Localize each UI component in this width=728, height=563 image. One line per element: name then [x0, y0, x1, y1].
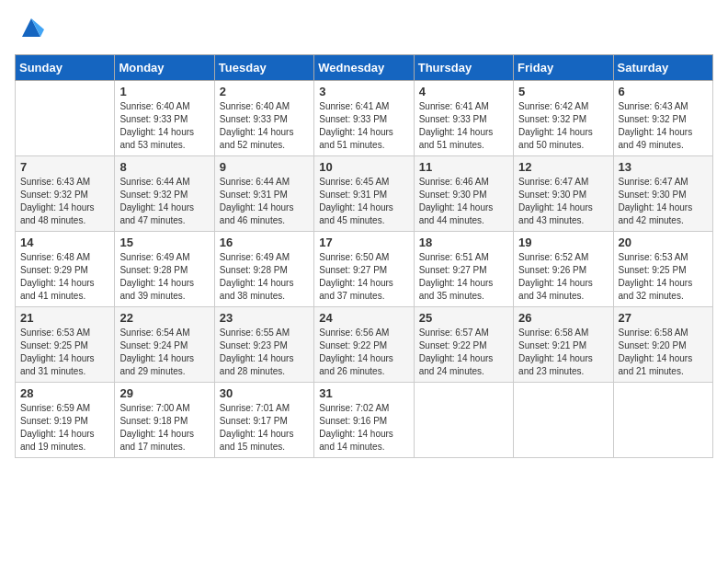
cell-info: Sunrise: 6:50 AM Sunset: 9:27 PM Dayligh…	[319, 251, 408, 303]
cell-info: Sunrise: 6:41 AM Sunset: 9:33 PM Dayligh…	[319, 100, 408, 152]
calendar-cell: 26Sunrise: 6:58 AM Sunset: 9:21 PM Dayli…	[514, 307, 613, 383]
cell-info: Sunrise: 6:57 AM Sunset: 9:22 PM Dayligh…	[419, 327, 508, 378]
calendar-cell: 31Sunrise: 7:02 AM Sunset: 9:16 PM Dayli…	[314, 383, 414, 458]
column-header-thursday: Thursday	[414, 55, 513, 81]
calendar-cell: 6Sunrise: 6:43 AM Sunset: 9:32 PM Daylig…	[613, 81, 712, 156]
day-number: 15	[119, 236, 209, 249]
cell-info: Sunrise: 6:45 AM Sunset: 9:31 PM Dayligh…	[319, 176, 408, 227]
calendar-cell: 10Sunrise: 6:45 AM Sunset: 9:31 PM Dayli…	[314, 156, 414, 232]
calendar-table: SundayMondayTuesdayWednesdayThursdayFrid…	[15, 54, 713, 458]
day-number: 17	[319, 236, 408, 249]
day-number: 26	[518, 311, 608, 325]
calendar-cell: 27Sunrise: 6:58 AM Sunset: 9:20 PM Dayli…	[613, 307, 712, 383]
calendar-cell: 18Sunrise: 6:51 AM Sunset: 9:27 PM Dayli…	[414, 232, 513, 307]
calendar-cell: 28Sunrise: 6:59 AM Sunset: 9:19 PM Dayli…	[16, 383, 115, 458]
day-number: 25	[419, 311, 508, 325]
cell-info: Sunrise: 6:58 AM Sunset: 9:20 PM Dayligh…	[619, 327, 708, 378]
cell-info: Sunrise: 6:51 AM Sunset: 9:27 PM Dayligh…	[419, 251, 508, 303]
calendar-cell: 20Sunrise: 6:53 AM Sunset: 9:25 PM Dayli…	[613, 232, 712, 307]
cell-info: Sunrise: 6:49 AM Sunset: 9:28 PM Dayligh…	[220, 251, 309, 303]
calendar-cell: 5Sunrise: 6:42 AM Sunset: 9:32 PM Daylig…	[514, 81, 613, 156]
calendar-cell: 14Sunrise: 6:48 AM Sunset: 9:29 PM Dayli…	[16, 232, 115, 307]
calendar-cell: 24Sunrise: 6:56 AM Sunset: 9:22 PM Dayli…	[314, 307, 414, 383]
calendar-cell: 7Sunrise: 6:43 AM Sunset: 9:32 PM Daylig…	[16, 156, 115, 232]
calendar-cell: 11Sunrise: 6:46 AM Sunset: 9:30 PM Dayli…	[414, 156, 513, 232]
logo-icon	[18, 15, 44, 40]
cell-info: Sunrise: 6:47 AM Sunset: 9:30 PM Dayligh…	[518, 176, 608, 227]
day-number: 29	[119, 386, 209, 400]
cell-info: Sunrise: 6:46 AM Sunset: 9:30 PM Dayligh…	[419, 176, 508, 227]
calendar-cell: 4Sunrise: 6:41 AM Sunset: 9:33 PM Daylig…	[414, 81, 513, 156]
day-number: 2	[220, 85, 309, 98]
column-header-tuesday: Tuesday	[214, 55, 313, 81]
day-number: 18	[419, 236, 508, 249]
calendar-cell: 8Sunrise: 6:44 AM Sunset: 9:32 PM Daylig…	[115, 156, 214, 232]
calendar-cell: 29Sunrise: 7:00 AM Sunset: 9:18 PM Dayli…	[115, 383, 214, 458]
day-number: 6	[619, 85, 708, 98]
day-number: 31	[319, 386, 408, 400]
calendar-cell: 19Sunrise: 6:52 AM Sunset: 9:26 PM Dayli…	[514, 232, 613, 307]
calendar-cell: 16Sunrise: 6:49 AM Sunset: 9:28 PM Dayli…	[214, 232, 313, 307]
cell-info: Sunrise: 6:52 AM Sunset: 9:26 PM Dayligh…	[518, 251, 608, 303]
cell-info: Sunrise: 6:42 AM Sunset: 9:32 PM Dayligh…	[518, 100, 608, 152]
calendar-cell: 1Sunrise: 6:40 AM Sunset: 9:33 PM Daylig…	[115, 81, 214, 156]
calendar-cell: 23Sunrise: 6:55 AM Sunset: 9:23 PM Dayli…	[214, 307, 313, 383]
calendar-cell: 13Sunrise: 6:47 AM Sunset: 9:30 PM Dayli…	[613, 156, 712, 232]
cell-info: Sunrise: 6:41 AM Sunset: 9:33 PM Dayligh…	[419, 100, 508, 152]
calendar-cell: 12Sunrise: 6:47 AM Sunset: 9:30 PM Dayli…	[514, 156, 613, 232]
cell-info: Sunrise: 6:40 AM Sunset: 9:33 PM Dayligh…	[220, 100, 309, 152]
calendar-cell: 22Sunrise: 6:54 AM Sunset: 9:24 PM Dayli…	[115, 307, 214, 383]
column-header-monday: Monday	[115, 55, 214, 81]
day-number: 21	[20, 311, 109, 325]
calendar-cell: 30Sunrise: 7:01 AM Sunset: 9:17 PM Dayli…	[214, 383, 313, 458]
cell-info: Sunrise: 6:44 AM Sunset: 9:31 PM Dayligh…	[220, 176, 309, 227]
day-number: 22	[119, 311, 209, 325]
calendar-header-row: SundayMondayTuesdayWednesdayThursdayFrid…	[16, 55, 713, 81]
cell-info: Sunrise: 6:58 AM Sunset: 9:21 PM Dayligh…	[518, 327, 608, 378]
calendar-cell: 21Sunrise: 6:53 AM Sunset: 9:25 PM Dayli…	[16, 307, 115, 383]
day-number: 5	[518, 85, 608, 98]
day-number: 14	[20, 236, 109, 249]
day-number: 10	[319, 160, 408, 174]
day-number: 23	[220, 311, 309, 325]
day-number: 9	[220, 160, 309, 174]
calendar-cell: 15Sunrise: 6:49 AM Sunset: 9:28 PM Dayli…	[115, 232, 214, 307]
cell-info: Sunrise: 6:40 AM Sunset: 9:33 PM Dayligh…	[119, 100, 209, 152]
cell-info: Sunrise: 6:55 AM Sunset: 9:23 PM Dayligh…	[220, 327, 309, 378]
day-number: 20	[619, 236, 708, 249]
week-row-1: 1Sunrise: 6:40 AM Sunset: 9:33 PM Daylig…	[16, 81, 713, 156]
column-header-wednesday: Wednesday	[314, 55, 414, 81]
day-number: 3	[319, 85, 408, 98]
day-number: 27	[619, 311, 708, 325]
cell-info: Sunrise: 6:44 AM Sunset: 9:32 PM Dayligh…	[119, 176, 209, 227]
cell-info: Sunrise: 6:43 AM Sunset: 9:32 PM Dayligh…	[619, 100, 708, 152]
logo	[15, 15, 44, 45]
day-number: 28	[20, 386, 109, 400]
cell-info: Sunrise: 6:53 AM Sunset: 9:25 PM Dayligh…	[619, 251, 708, 303]
cell-info: Sunrise: 6:59 AM Sunset: 9:19 PM Dayligh…	[20, 402, 109, 454]
cell-info: Sunrise: 6:56 AM Sunset: 9:22 PM Dayligh…	[319, 327, 408, 378]
calendar-cell	[16, 81, 115, 156]
cell-info: Sunrise: 6:49 AM Sunset: 9:28 PM Dayligh…	[119, 251, 209, 303]
day-number: 19	[518, 236, 608, 249]
day-number: 12	[518, 160, 608, 174]
cell-info: Sunrise: 6:43 AM Sunset: 9:32 PM Dayligh…	[20, 176, 109, 227]
day-number: 8	[119, 160, 209, 174]
day-number: 13	[619, 160, 708, 174]
day-number: 30	[220, 386, 309, 400]
calendar-cell: 9Sunrise: 6:44 AM Sunset: 9:31 PM Daylig…	[214, 156, 313, 232]
day-number: 24	[319, 311, 408, 325]
column-header-sunday: Sunday	[16, 55, 115, 81]
day-number: 4	[419, 85, 508, 98]
cell-info: Sunrise: 6:54 AM Sunset: 9:24 PM Dayligh…	[119, 327, 209, 378]
week-row-5: 28Sunrise: 6:59 AM Sunset: 9:19 PM Dayli…	[16, 383, 713, 458]
day-number: 7	[20, 160, 109, 174]
calendar-cell: 2Sunrise: 6:40 AM Sunset: 9:33 PM Daylig…	[214, 81, 313, 156]
calendar-cell	[613, 383, 712, 458]
day-number: 16	[220, 236, 309, 249]
cell-info: Sunrise: 6:47 AM Sunset: 9:30 PM Dayligh…	[619, 176, 708, 227]
week-row-3: 14Sunrise: 6:48 AM Sunset: 9:29 PM Dayli…	[16, 232, 713, 307]
page-header	[15, 15, 713, 45]
calendar-cell: 25Sunrise: 6:57 AM Sunset: 9:22 PM Dayli…	[414, 307, 513, 383]
cell-info: Sunrise: 7:00 AM Sunset: 9:18 PM Dayligh…	[119, 402, 209, 454]
